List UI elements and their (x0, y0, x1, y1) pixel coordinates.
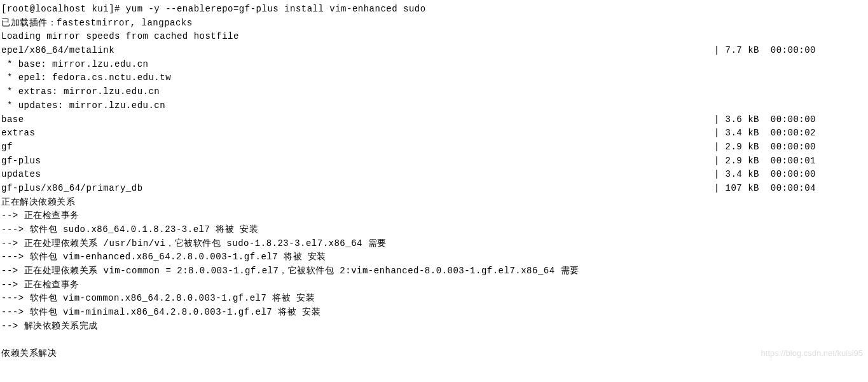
dep-line: --> 正在处理依赖关系 vim-common = 2:8.0.003-1.gf… (1, 264, 867, 278)
dep-line: --> 正在检查事务 (1, 278, 867, 292)
repo-line: gf| 2.9 kB 00:00:00 (1, 140, 867, 154)
mirror-line: * epel: fedora.cs.nctu.edu.tw (1, 71, 867, 85)
output-line: 正在解决依赖关系 (1, 196, 867, 210)
dep-line: ---> 软件包 vim-common.x86_64.2.8.0.003-1.g… (1, 292, 867, 306)
mirror-line: * extras: mirror.lzu.edu.cn (1, 85, 867, 99)
watermark-text: https://blog.csdn.net/kuisi95 (761, 347, 863, 360)
repo-line: base| 3.6 kB 00:00:00 (1, 113, 867, 127)
repo-line: gf-plus| 2.9 kB 00:00:01 (1, 154, 867, 168)
dep-line: ---> 软件包 sudo.x86_64.0.1.8.23-3.el7 将被 安… (1, 223, 867, 237)
mirror-line: * updates: mirror.lzu.edu.cn (1, 99, 867, 113)
dep-line: --> 正在检查事务 (1, 209, 867, 223)
shell-prompt: [root@localhost kui]# (1, 4, 126, 14)
repo-line: epel/x86_64/metalink| 7.7 kB 00:00:00 (1, 44, 867, 58)
dep-line: --> 解决依赖关系完成 (1, 320, 867, 334)
repo-line: gf-plus/x86_64/primary_db| 107 kB 00:00:… (1, 182, 867, 196)
blank-line (1, 334, 867, 348)
output-line: 已加载插件：fastestmirror, langpacks (1, 17, 867, 31)
repo-line: extras| 3.4 kB 00:00:02 (1, 126, 867, 140)
output-line: Loading mirror speeds from cached hostfi… (1, 30, 867, 44)
dep-line: --> 正在处理依赖关系 /usr/bin/vi，它被软件包 sudo-1.8.… (1, 237, 867, 251)
dep-line: ---> 软件包 vim-enhanced.x86_64.2.8.0.003-1… (1, 250, 867, 264)
output-line: 依赖关系解决 (1, 347, 867, 361)
command-line: [root@localhost kui]# yum -y --enablerep… (1, 3, 867, 17)
mirror-line: * base: mirror.lzu.edu.cn (1, 58, 867, 72)
command-text: yum -y --enablerepo=gf-plus install vim-… (126, 4, 426, 14)
repo-line: updates| 3.4 kB 00:00:00 (1, 168, 867, 182)
dep-line: ---> 软件包 vim-minimal.x86_64.2.8.0.003-1.… (1, 306, 867, 320)
